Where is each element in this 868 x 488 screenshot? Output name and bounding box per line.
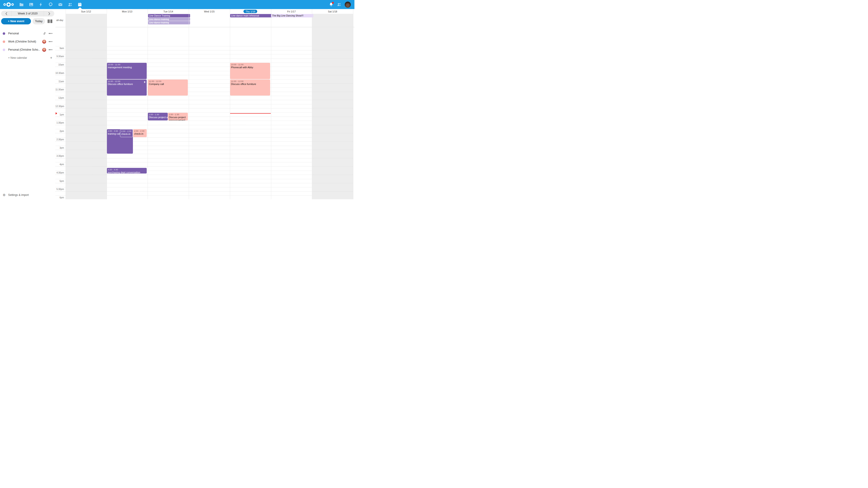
time-axis-label: 10am <box>55 63 64 66</box>
nextcloud-logo[interactable] <box>3 1 14 8</box>
calendar-event[interactable]: 2:00 - 2:30check-in <box>120 129 133 137</box>
sidebar-actions: + New event Today <box>1 18 54 24</box>
slot-line <box>55 104 353 104</box>
event-time: 10:00 - 11:00 <box>231 63 269 66</box>
event-time: 2:00 - 2:30 <box>134 130 146 132</box>
new-event-button[interactable]: + New event <box>1 18 31 24</box>
day-column[interactable] <box>189 27 230 199</box>
quarter-slot-line <box>55 183 353 183</box>
time-axis-label: 11:30am <box>55 88 64 91</box>
day-header-label: Sun 1/12 <box>81 10 91 13</box>
quarter-slot-line <box>55 50 353 51</box>
talk-app-icon[interactable] <box>48 2 53 7</box>
day-header: Tue 1/14 <box>148 9 189 14</box>
next-week-button[interactable] <box>44 11 54 17</box>
calendar-event[interactable]: 1:00 - 1:30Discuss project announcement <box>168 113 188 121</box>
calendar-actions-menu-icon[interactable] <box>49 49 52 50</box>
current-time-arrow <box>56 112 57 115</box>
calendar-event[interactable]: 11:00 - 12:00Discuss office furniture <box>107 79 147 96</box>
slot-line <box>55 154 353 154</box>
calendar-list-item[interactable]: Personal (Christine Scho… <box>0 46 55 54</box>
calendar-event[interactable]: 2:00 - 2:30check-in <box>133 129 147 137</box>
today-button[interactable]: Today <box>33 18 45 24</box>
calendar-color-dot[interactable] <box>3 48 5 51</box>
settings-label: Settings & import <box>8 193 29 197</box>
calendar-event[interactable]: 1:00 - 1:30Discuss project announcement <box>148 113 167 121</box>
mail-app-icon[interactable] <box>58 2 63 7</box>
event-time: 11:00 - 12:00 <box>149 80 187 83</box>
new-calendar-button[interactable]: + New calendar+ <box>0 54 55 62</box>
event-title: Discuss project announcement <box>169 116 187 121</box>
day-header: Fri 1/17 <box>271 9 312 14</box>
calendar-color-dot[interactable] <box>3 40 5 43</box>
calendar-list-item[interactable]: Work (Christine Schott) <box>0 37 55 46</box>
time-axis-label: 5:30pm <box>55 188 64 191</box>
event-time: 1:00 - 1:30 <box>169 113 187 116</box>
time-axis-label: 3:30pm <box>55 154 64 158</box>
calendar-app-icon[interactable] <box>77 2 82 7</box>
calendar-color-dot[interactable] <box>3 32 5 35</box>
quarter-slot-line <box>55 92 353 92</box>
day-header-label: Mon 1/13 <box>122 10 132 13</box>
today-header-pill: Thu 1/16 <box>243 10 257 13</box>
notifications-bell-icon[interactable] <box>329 2 333 7</box>
all-day-event[interactable]: Line dance training <box>148 21 190 24</box>
all-day-event[interactable]: The Big Line Dancing Show!!! <box>271 14 313 18</box>
activity-app-icon[interactable] <box>38 2 43 7</box>
calendar-week-view: Sun 1/12Mon 1/13Tue 1/14Wed 1/15Thu 1/16… <box>55 9 354 199</box>
event-time: 2:00 - 2:30 <box>121 130 132 133</box>
day-column[interactable] <box>66 27 107 199</box>
calendar-event[interactable]: 11:00 - 12:00Discuss office furniture <box>230 79 270 96</box>
settings-and-import[interactable]: ⚙ Settings & import <box>0 192 29 198</box>
calendar-event[interactable]: 10:00 - 11:00management meeting <box>107 63 147 79</box>
calendar-event[interactable]: 4:20 - 4:40purchasing dept conversation <box>107 168 147 173</box>
time-axis-label: 9:30am <box>55 55 64 58</box>
day-column[interactable] <box>271 27 312 199</box>
plus-icon[interactable]: + <box>50 56 52 60</box>
all-day-event[interactable]: Line dance main rehearsal <box>230 14 272 18</box>
all-day-event[interactable]: Line Dance Training <box>148 14 190 18</box>
event-title: check-in <box>134 132 146 135</box>
column-divider <box>230 9 230 199</box>
time-axis-label: 5pm <box>55 180 64 183</box>
time-axis-label: 9am <box>55 46 64 50</box>
contacts-app-icon[interactable] <box>68 2 72 7</box>
share-link-icon[interactable] <box>43 32 46 35</box>
event-time: 11:00 - 12:00 <box>108 80 146 83</box>
top-bar <box>0 0 354 9</box>
time-axis-label: 4pm <box>55 163 64 166</box>
calendar-actions-menu-icon[interactable] <box>49 33 52 34</box>
quarter-slot-line <box>55 125 353 125</box>
event-title: Company call <box>149 83 187 86</box>
slot-line <box>55 112 353 113</box>
slot-line <box>55 46 353 46</box>
day-header: Sat 1/18 <box>312 9 353 14</box>
week-navigation: Week 3 of 2020 <box>1 11 54 17</box>
contacts-menu-icon[interactable] <box>337 2 341 7</box>
time-axis-label: 2pm <box>55 129 64 133</box>
files-app-icon[interactable] <box>19 2 24 7</box>
view-switcher-icon[interactable] <box>48 20 52 23</box>
calendar-event[interactable]: 10:00 - 11:00Phonecall with Abby <box>230 63 270 79</box>
photos-app-icon[interactable] <box>29 2 34 7</box>
all-day-event[interactable]: Line dance training <box>148 18 190 21</box>
slot-line <box>55 195 353 196</box>
column-divider <box>148 9 148 199</box>
day-column[interactable] <box>312 27 353 199</box>
previous-week-button[interactable] <box>1 11 11 17</box>
day-header: Thu 1/16 <box>230 9 271 14</box>
calendar-actions-menu-icon[interactable] <box>49 41 52 42</box>
week-label[interactable]: Week 3 of 2020 <box>11 11 44 17</box>
all-day-section: all-day Line Dance TrainingLine dance tr… <box>55 14 354 27</box>
time-grid: 9am9:30am10am10:30am11am11:30am12pm12:30… <box>55 27 354 199</box>
calendar-name: Personal <box>8 32 19 35</box>
time-axis-label: 12:30pm <box>55 105 64 108</box>
calendar-list-item[interactable]: Personal <box>0 29 55 37</box>
calendar-item-actions <box>42 48 52 52</box>
calendar-event[interactable]: 11:00 - 12:00Company call <box>148 79 188 96</box>
user-avatar[interactable] <box>345 2 351 8</box>
calendar-name: Work (Christine Schott) <box>8 40 36 43</box>
day-header-label: Sat 1/18 <box>328 10 337 13</box>
active-app-indicator <box>78 7 82 9</box>
quarter-slot-line <box>55 117 353 117</box>
